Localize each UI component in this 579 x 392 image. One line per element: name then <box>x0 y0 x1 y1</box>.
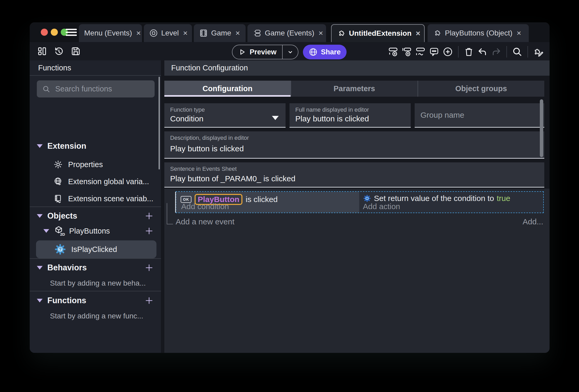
tab-label: Configuration <box>202 84 252 93</box>
tree-item-label: IsPlayClicked <box>71 245 117 254</box>
function-type-select[interactable]: Function type Condition <box>164 103 286 128</box>
traffic-light-minimize[interactable] <box>51 29 58 36</box>
add-subevent-icon[interactable] <box>401 46 412 57</box>
sentence-field[interactable]: Sentence in Events Sheet Play button of … <box>164 162 544 188</box>
tree-behaviors-header[interactable]: Behaviors <box>30 261 161 274</box>
tree-extension-header[interactable]: Extension <box>30 140 161 152</box>
puzzle-icon <box>433 29 442 38</box>
scene-variables-icon <box>53 194 63 203</box>
divider <box>527 46 528 58</box>
add-condition-link[interactable]: Add condition <box>181 202 229 211</box>
tree-item-playbuttons[interactable]: 2D PlayButtons <box>30 225 161 237</box>
tab-label: Parameters <box>333 84 375 93</box>
tab-close-icon[interactable]: × <box>416 29 420 38</box>
tree-objects-header[interactable]: Objects <box>30 210 161 222</box>
share-button[interactable]: Share <box>303 45 347 59</box>
tab-close-icon[interactable]: × <box>517 29 521 38</box>
search-icon[interactable] <box>512 46 523 57</box>
field-value: Play button is clicked <box>170 144 244 153</box>
tab-close-icon[interactable]: × <box>183 29 188 38</box>
collapse-triangle-icon[interactable] <box>37 299 43 302</box>
field-label: Sentence in Events Sheet <box>170 166 237 172</box>
add-other-event-icon[interactable] <box>415 46 426 57</box>
events-sheet-icon <box>253 29 262 38</box>
tree-item-extension-scene-variables[interactable]: Extension scene variab... <box>30 192 161 205</box>
undo-icon[interactable] <box>477 46 488 57</box>
preview-dropdown-button[interactable] <box>283 49 298 55</box>
add-event-icon[interactable] <box>388 46 399 57</box>
comment-icon[interactable] <box>429 46 440 57</box>
tab-game[interactable]: Game × <box>194 24 246 42</box>
collapse-triangle-icon[interactable] <box>37 214 43 218</box>
description-field[interactable]: Description, displayed in editor Play bu… <box>164 131 544 159</box>
tree-item-properties[interactable]: Properties <box>30 158 161 171</box>
action-item[interactable]: Set return value of the condition to tru… <box>363 194 510 203</box>
collapse-triangle-icon[interactable] <box>37 144 43 148</box>
tab-label: Level <box>161 29 179 37</box>
main-toolbar: Preview Share <box>30 42 550 60</box>
save-icon[interactable] <box>70 46 81 56</box>
event-row-selected[interactable]: OK PlayButton is clicked Add condition <box>176 192 543 213</box>
group-name-input[interactable] <box>420 103 537 127</box>
tab-close-icon[interactable]: × <box>235 29 240 38</box>
add-function-to-object-button[interactable] <box>145 226 154 235</box>
add-function-button[interactable] <box>145 296 154 305</box>
event-conditions-column: OK PlayButton is clicked Add condition <box>176 192 359 213</box>
field-value: Play button is clicked <box>295 114 369 123</box>
circle-add-icon[interactable] <box>442 46 453 57</box>
behaviors-empty-state: Start by adding a new beha... <box>30 277 161 290</box>
divider <box>506 46 507 58</box>
tab-label: PlayButtons (Object) <box>445 29 512 37</box>
event-tree-guide-line <box>167 203 167 224</box>
search-functions-input[interactable] <box>55 84 155 94</box>
project-manager-icon[interactable] <box>37 46 47 56</box>
tab-parameters[interactable]: Parameters <box>291 81 417 97</box>
tab-untitled-extension[interactable]: UntitledExtension × <box>331 24 425 42</box>
group-name-field[interactable] <box>415 103 544 128</box>
tree-item-label: Extension scene variab... <box>68 194 153 203</box>
tab-level[interactable]: Level × <box>144 24 192 42</box>
preview-button[interactable]: Preview <box>232 45 298 59</box>
divider <box>30 291 161 291</box>
event-selection-bar <box>175 192 176 213</box>
tab-game-events[interactable]: Game (Events) × <box>247 24 326 42</box>
field-value: Play button of _PARAM0_ is clicked <box>170 174 295 183</box>
add-action-link[interactable]: Add action <box>363 202 400 211</box>
tab-close-icon[interactable]: × <box>136 29 141 38</box>
tree-functions-header[interactable]: Functions <box>30 294 161 307</box>
traffic-light-close[interactable] <box>41 29 48 36</box>
field-label: Function type <box>170 106 205 113</box>
screenshot-canvas: Menu (Events) × Level × Game × <box>0 0 579 392</box>
tab-playbuttons-object[interactable]: PlayButtons (Object) × <box>428 24 529 42</box>
collapse-triangle-icon[interactable] <box>43 229 49 233</box>
add-more-link[interactable]: Add... <box>523 217 543 226</box>
main-scrollbar[interactable] <box>540 99 543 157</box>
section-label: Objects <box>47 211 77 221</box>
sidebar-title: Functions <box>38 64 71 72</box>
panel-title: Function Configuration <box>171 64 248 72</box>
section-label: Extension <box>47 141 86 151</box>
redo-icon[interactable] <box>491 46 502 57</box>
add-object-button[interactable] <box>145 212 154 220</box>
event-actions-column: Set return value of the condition to tru… <box>359 192 543 213</box>
tree-item-label: Properties <box>68 160 103 169</box>
object-2d-cube-icon: 2D <box>53 225 65 237</box>
edit-extension-icon[interactable] <box>533 46 544 57</box>
tab-object-groups[interactable]: Object groups <box>418 81 544 97</box>
add-new-event-link[interactable]: Add a new event <box>176 217 235 226</box>
delete-icon[interactable] <box>463 46 474 57</box>
tab-menu-events[interactable]: Menu (Events) × <box>79 24 142 42</box>
tab-configuration[interactable]: Configuration <box>164 81 291 97</box>
tree-item-isplayclicked-selected[interactable]: ? IsPlayClicked <box>36 240 156 258</box>
add-behavior-button[interactable] <box>145 263 154 272</box>
tab-label: Game (Events) <box>265 29 314 37</box>
history-icon[interactable] <box>54 46 64 56</box>
sidebar-scrollbar[interactable] <box>159 77 160 169</box>
tab-close-icon[interactable]: × <box>318 29 323 38</box>
search-functions-box[interactable] <box>37 80 155 97</box>
full-name-field[interactable]: Full name displayed in editor Play butto… <box>290 103 411 128</box>
hamburger-menu-icon[interactable] <box>66 28 77 37</box>
collapse-triangle-icon[interactable] <box>37 266 43 270</box>
tree-item-extension-global-variables[interactable]: Extension global varia... <box>30 175 161 188</box>
play-icon <box>238 48 246 56</box>
